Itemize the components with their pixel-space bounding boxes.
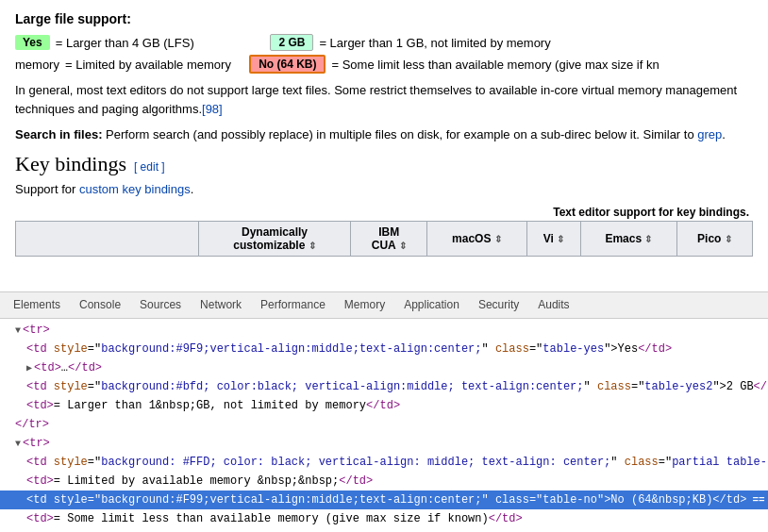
code-line-tr-close-2[interactable]: </tr> [0, 528, 768, 531]
2gb-desc: = Larger than 1 GB, not limited by memor… [319, 36, 550, 50]
code-line-td-yes[interactable]: <td style="background:#9F9;vertical-alig… [0, 340, 768, 358]
no-desc: = Some limit less than available memory … [331, 58, 659, 72]
col-emacs[interactable]: Emacs ⇕ [581, 222, 677, 257]
code-line-td-limited[interactable]: <td>= Limited by available memory &nbsp;… [0, 472, 768, 490]
code-line-td-2gb[interactable]: <td style="background:#bfd; color:black;… [0, 377, 768, 396]
code-line-tr-open-2[interactable]: <tr> [0, 434, 768, 453]
key-bindings-table: Dynamicallycustomizable ⇕ IBMCUA ⇕ macOS… [15, 221, 753, 257]
devtools-body[interactable]: <tr> <td style="background:#9F9;vertical… [0, 319, 768, 531]
paragraph-1: In general, most text editors do not sup… [15, 81, 753, 118]
code-line-td-some-limit[interactable]: <td>= Some limit less than available mem… [0, 509, 768, 528]
dom-eq-marker: == $0 [752, 492, 768, 508]
2gb-badge: 2 GB [270, 34, 313, 51]
custom-key-bindings-link[interactable]: custom key bindings [79, 182, 191, 196]
yes-desc: = Larger than 4 GB (LFS) [56, 36, 194, 50]
key-bindings-title: Key bindings [15, 152, 126, 176]
search-in-files-para: Search in files: Perform search (and pos… [15, 125, 753, 144]
tab-elements[interactable]: Elements [4, 294, 70, 317]
webpage-content: Large file support: Yes = Larger than 4 … [0, 0, 768, 292]
code-line-td-larger[interactable]: <td>= Larger than 1&nbsp;GB, not limited… [0, 396, 768, 415]
col-ibm[interactable]: IBMCUA ⇕ [351, 222, 426, 257]
col-macos[interactable]: macOS ⇕ [426, 222, 526, 257]
large-file-support-label: Large file support: [15, 11, 753, 26]
edit-link[interactable]: [ edit ] [134, 160, 165, 174]
legend-row-yes: Yes = Larger than 4 GB (LFS) 2 GB = Larg… [15, 34, 753, 51]
code-line-td-no-selected[interactable]: <td style="background:#F99;vertical-alig… [0, 490, 768, 509]
devtools-panel: Elements Console Sources Network Perform… [0, 292, 768, 531]
code-line-tr-close-1[interactable]: </tr> [0, 415, 768, 434]
code-line-tr-open-1[interactable]: <tr> [0, 321, 768, 340]
col-empty [16, 222, 199, 257]
table-preview-container: Text editor support for key bindings. Dy… [15, 206, 753, 257]
expand-icon-2[interactable] [26, 361, 32, 375]
tab-performance[interactable]: Performance [251, 294, 335, 317]
grep-link[interactable]: grep [697, 127, 722, 141]
expand-icon-3[interactable] [15, 437, 21, 451]
code-line-td-dots[interactable]: <td>…</td> [0, 358, 768, 377]
expand-icon[interactable] [15, 324, 21, 338]
search-label: Search in files: [15, 127, 102, 141]
support-para: Support for custom key bindings. [15, 180, 753, 199]
tab-console[interactable]: Console [70, 294, 130, 317]
tab-audits[interactable]: Audits [528, 294, 578, 317]
col-vi[interactable]: Vi ⇕ [526, 222, 580, 257]
tab-memory[interactable]: Memory [335, 294, 394, 317]
memory-word: memory [15, 58, 59, 72]
table-caption: Text editor support for key bindings. [15, 206, 753, 219]
memory-desc: = Limited by available memory [65, 58, 231, 72]
code-line-td-partial[interactable]: <td style="background: #FFD; color: blac… [0, 453, 768, 472]
yes-badge: Yes [15, 35, 50, 50]
no-badge: No (64 KB) [249, 55, 326, 74]
col-dynamically[interactable]: Dynamicallycustomizable ⇕ [198, 222, 351, 257]
col-pico[interactable]: Pico ⇕ [676, 222, 752, 257]
tab-sources[interactable]: Sources [130, 294, 191, 317]
legend-row-memory: memory = Limited by available memory No … [15, 55, 753, 74]
tab-application[interactable]: Application [394, 294, 469, 317]
ref98-link[interactable]: [98] [202, 102, 223, 116]
key-bindings-heading: Key bindings [ edit ] [15, 152, 753, 176]
devtools-tabs-bar: Elements Console Sources Network Perform… [0, 292, 768, 319]
tab-network[interactable]: Network [191, 294, 251, 317]
tab-security[interactable]: Security [469, 294, 528, 317]
